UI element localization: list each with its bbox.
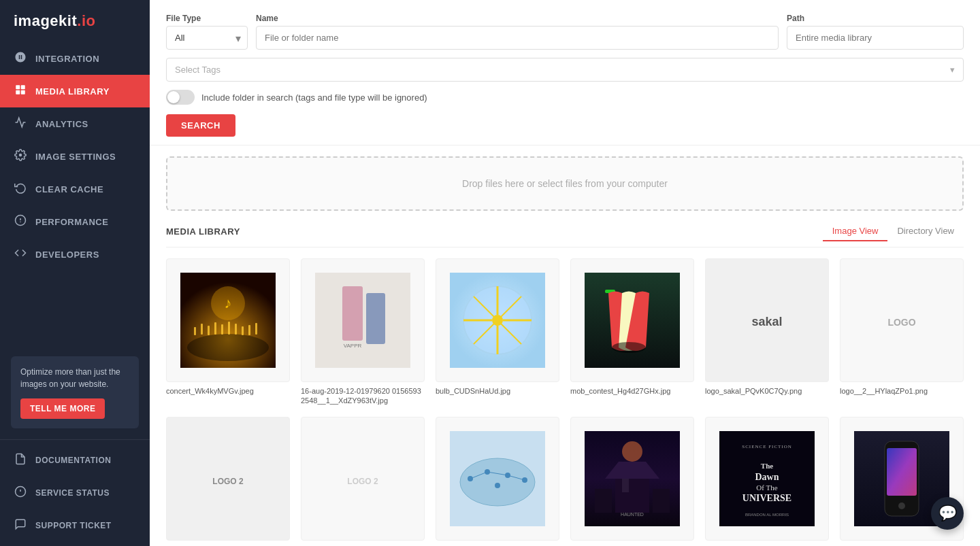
svg-point-7 [20,222,21,223]
sidebar-item-support-ticket-label: SUPPORT TICKET [35,521,112,530]
svg-rect-0 [16,85,20,89]
media-thumb: ♪ [166,258,290,382]
svg-text:VAPPR: VAPPR [344,343,362,349]
media-library-header: MEDIA LIBRARY Image View Directory View [166,222,964,248]
svg-rect-2 [16,90,20,95]
tags-select[interactable]: Select Tags ▾ [166,58,964,82]
svg-point-12 [187,334,269,361]
path-input[interactable] [787,26,964,50]
svg-rect-21 [248,325,250,335]
svg-point-53 [495,483,500,488]
file-type-select[interactable]: All Image Video Document [166,26,248,50]
svg-rect-16 [214,322,216,335]
svg-rect-17 [221,324,223,335]
media-thumb [570,258,694,382]
media-item[interactable]: bulb_CUDSnHaUd.jpg [436,258,559,406]
tags-placeholder: Select Tags [175,65,220,75]
media-item-name: mob_contest_Hg4d27GHx.jpg [570,386,694,396]
file-type-field: File Type All Image Video Document [166,14,248,50]
include-folder-toggle[interactable] [166,90,195,105]
performance-icon [14,214,27,229]
sidebar-item-clear-cache[interactable]: CLEAR CACHE [0,173,150,205]
service-status-icon [14,485,27,500]
name-field: Name [256,14,779,50]
media-item[interactable]: mob_contest_Hg4d27GHx.jpg [570,258,694,406]
media-item[interactable]: ♪ concert_Wk4kyMVGv.jpeg [166,258,290,406]
documentation-icon [14,453,27,468]
media-item-name: logo_sakal_PQvK0C7Qy.png [705,386,829,396]
integration-icon [14,51,27,66]
tell-me-more-button[interactable]: TELL ME MORE [20,398,105,419]
svg-text:SCIENCE FICTION: SCIENCE FICTION [742,444,792,449]
svg-point-76 [898,502,905,509]
svg-rect-58 [615,479,649,513]
svg-text:LOGO: LOGO [887,317,915,328]
svg-rect-61 [595,489,612,513]
svg-rect-26 [342,286,363,341]
media-library-section: MEDIA LIBRARY Image View Directory View [150,222,980,546]
name-label: Name [256,14,779,23]
svg-text:HAUNTED: HAUNTED [621,512,644,517]
svg-text:Of The: Of The [756,483,777,492]
image-settings-icon [14,149,27,164]
media-item[interactable]: LOGO 2 logo__2__tZqFIRM06.png [166,417,290,546]
svg-rect-18 [228,322,230,335]
tab-image-view[interactable]: Image View [823,222,888,241]
sidebar-item-support-ticket[interactable]: SUPPORT TICKET [0,509,150,542]
svg-text:Dawn: Dawn [755,472,779,482]
sidebar: imagekit.io INTEGRATION MEDIA LIBRARY AN… [0,0,150,546]
media-thumb: sakal [705,258,829,382]
svg-rect-59 [622,479,629,492]
svg-rect-1 [21,85,25,89]
sidebar-item-performance[interactable]: PERFORMANCE [0,205,150,238]
search-button[interactable]: SEARCH [166,114,235,137]
sidebar-promo-text: Optimize more than just the images on yo… [20,366,129,390]
media-item[interactable]: sakal logo_sakal_PQvK0C7Qy.png [705,258,829,406]
path-field: Path [787,14,964,50]
svg-point-4 [19,154,22,157]
sidebar-nav: INTEGRATION MEDIA LIBRARY ANALYTICS IMAG… [0,42,150,345]
media-item[interactable]: HAUNTED [570,417,694,546]
media-item[interactable]: LOGO logo__2__HYlaqZPo1.png [840,258,964,406]
sidebar-promo: Optimize more than just the images on yo… [11,356,139,428]
sidebar-item-media-library[interactable]: MEDIA LIBRARY [0,75,150,107]
view-tabs: Image View Directory View [823,222,964,241]
main-content: File Type All Image Video Document Name … [150,0,980,546]
name-input[interactable] [256,26,779,50]
media-thumb: LOGO 2 [166,417,290,541]
include-folder-label: Include folder in search (tags and file … [201,92,427,103]
sidebar-item-image-settings[interactable]: IMAGE SETTINGS [0,140,150,173]
sidebar-item-clear-cache-label: CLEAR CACHE [35,184,103,194]
clear-cache-icon [14,182,27,197]
sidebar-item-integration-label: INTEGRATION [35,54,99,64]
svg-point-42 [612,342,646,353]
media-thumb: LOGO 2 [301,417,425,541]
media-thumb: SCIENCE FICTION The Dawn Of The UNIVERSE… [705,417,829,541]
sidebar-item-documentation-label: DOCUMENTATION [35,456,111,465]
media-item[interactable]: infrastructure-new_jR1pqH9eD.png [436,417,559,546]
analytics-icon [14,116,27,131]
media-item[interactable]: VAPPR 16-aug-2019-12-01979620 0156593254… [301,258,425,406]
svg-rect-20 [242,326,244,335]
sidebar-item-integration[interactable]: INTEGRATION [0,42,150,75]
media-item-name: bulb_CUDSnHaUd.jpg [436,386,559,396]
sidebar-item-analytics[interactable]: ANALYTICS [0,107,150,140]
sidebar-item-analytics-label: ANALYTICS [35,119,88,129]
media-item[interactable]: SCIENCE FICTION The Dawn Of The UNIVERSE… [705,417,829,546]
media-item-name: 16-aug-2019-12-01979620 01565932548__1__… [301,386,425,406]
chat-bubble[interactable]: 💬 [931,497,964,530]
chat-bubble-icon: 💬 [938,505,957,522]
sidebar-item-documentation[interactable]: DOCUMENTATION [0,444,150,477]
svg-text:♪: ♪ [225,294,232,311]
svg-rect-13 [194,327,196,335]
media-item[interactable]: LOGO 2 logo__2__xoBrJkZbU.png [301,417,425,546]
media-item-name: logo__2__HYlaqZPo1.png [840,386,964,396]
svg-rect-62 [653,489,670,513]
svg-rect-75 [887,448,917,496]
drop-zone[interactable]: Drop files here or select files from you… [166,156,964,211]
sidebar-item-service-status[interactable]: SERVICE STATUS [0,477,150,509]
tab-directory-view[interactable]: Directory View [887,222,964,241]
sidebar-bottom: DOCUMENTATION SERVICE STATUS SUPPORT TIC… [0,439,150,546]
svg-text:LOGO 2: LOGO 2 [212,477,244,486]
sidebar-item-developers[interactable]: DEVELOPERS [0,238,150,271]
